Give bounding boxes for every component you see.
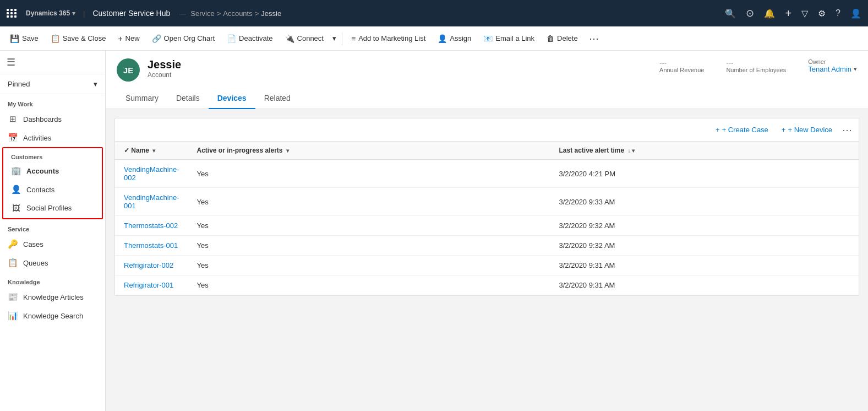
sidebar-item-contacts[interactable]: 👤 Contacts: [3, 180, 102, 199]
device-name-cell: VendingMachine-002: [115, 160, 188, 188]
owner-chevron-icon[interactable]: ▾: [854, 66, 857, 73]
org-chart-icon: 🔗: [152, 34, 161, 43]
device-name-link[interactable]: VendingMachine-001: [124, 193, 179, 210]
column-alerts[interactable]: Active or in-progress alerts ▾: [188, 142, 550, 160]
table-row: VendingMachine-001 Yes 3/2/2020 9:33 AM: [115, 188, 859, 216]
device-name-cell: Thermostats-002: [115, 216, 188, 236]
search-icon[interactable]: 🔍: [725, 8, 736, 19]
column-check[interactable]: ✓ Name ▾: [115, 142, 188, 160]
save-button[interactable]: 💾 Save: [4, 31, 44, 46]
app-name: Customer Service Hub: [92, 9, 170, 18]
device-name-link[interactable]: Refrigirator-002: [124, 261, 173, 269]
sidebar-item-knowledge-search[interactable]: 📊 Knowledge Search: [0, 306, 105, 325]
sidebar-item-cases[interactable]: 🔑 Cases: [0, 235, 105, 253]
email-link-button[interactable]: 📧 Email a Link: [478, 31, 540, 46]
help-icon[interactable]: ?: [836, 8, 840, 18]
knowledge-search-icon: 📊: [8, 311, 18, 321]
alerts-sort-icon[interactable]: ▾: [286, 148, 289, 154]
target-icon[interactable]: ⊙: [746, 7, 754, 19]
owner-label: Owner: [808, 58, 857, 65]
activities-icon: 📅: [8, 133, 18, 143]
queues-icon: 📋: [8, 258, 18, 268]
sidebar-header: ☰: [0, 51, 105, 74]
device-name-link[interactable]: Refrigirator-001: [124, 281, 173, 289]
device-name-cell: Thermostats-001: [115, 236, 188, 256]
dashboards-icon: ⊞: [8, 114, 18, 124]
sidebar-section-customers: Customers: [3, 149, 102, 161]
create-case-button[interactable]: + + Create Case: [710, 123, 774, 137]
device-last-alert-cell: 3/2/2020 9:33 AM: [550, 188, 859, 216]
device-last-alert-cell: 3/2/2020 9:32 AM: [550, 216, 859, 236]
sidebar-item-accounts[interactable]: 🏢 Accounts: [3, 161, 102, 180]
device-last-alert-cell: 3/2/2020 4:21 PM: [550, 160, 859, 188]
device-name-link[interactable]: VendingMachine-002: [124, 165, 179, 182]
annual-revenue-value: ---: [659, 58, 704, 67]
sidebar: ☰ Pinned ▾ My Work ⊞ Dashboards 📅 Activi…: [0, 51, 106, 411]
tab-related[interactable]: Related: [255, 88, 299, 109]
org-chart-button[interactable]: 🔗 Open Org Chart: [146, 31, 221, 46]
app-grid-icon[interactable]: [7, 9, 17, 18]
tab-summary[interactable]: Summary: [117, 88, 167, 109]
device-name-link[interactable]: Thermostats-002: [124, 221, 178, 230]
device-alerts-cell: Yes: [188, 256, 550, 275]
table-row: VendingMachine-002 Yes 3/2/2020 4:21 PM: [115, 160, 859, 188]
device-alerts-cell: Yes: [188, 160, 550, 188]
sidebar-item-knowledge-articles[interactable]: 📰 Knowledge Articles: [0, 288, 105, 306]
user-icon[interactable]: 👤: [850, 8, 861, 19]
annual-revenue-label: Annual Revenue: [659, 67, 704, 73]
record-header: JE Jessie Account --- Annual Revenue ---…: [106, 51, 868, 109]
sidebar-pinned[interactable]: Pinned ▾: [0, 74, 105, 94]
table-row: Refrigirator-002 Yes 3/2/2020 9:31 AM: [115, 256, 859, 275]
add-marketing-icon: ≡: [351, 34, 356, 43]
record-owner-block: Owner Tenant Admin ▾: [808, 58, 857, 73]
more-commands-button[interactable]: ⋯: [585, 30, 603, 47]
sidebar-menu-icon[interactable]: ☰: [7, 56, 15, 68]
breadcrumb-accounts[interactable]: Accounts: [223, 9, 252, 18]
add-marketing-button[interactable]: ≡ Add to Marketing List: [346, 31, 431, 46]
employees-value: ---: [726, 58, 786, 67]
sidebar-item-social-profiles[interactable]: 🖼 Social Profiles: [3, 199, 102, 217]
connect-chevron-button[interactable]: ▾: [330, 31, 339, 45]
bell-icon[interactable]: 🔔: [764, 8, 775, 19]
record-tabs: Summary Details Devices Related: [117, 88, 857, 109]
table-row: Thermostats-002 Yes 3/2/2020 9:32 AM: [115, 216, 859, 236]
cases-icon: 🔑: [8, 239, 18, 249]
record-header-top: JE Jessie Account --- Annual Revenue ---…: [117, 58, 857, 82]
breadcrumb-current: Jessie: [261, 9, 281, 18]
command-bar: 💾 Save 📋 Save & Close + New 🔗 Open Org C…: [0, 26, 868, 51]
new-button[interactable]: + New: [112, 31, 145, 46]
device-name-cell: VendingMachine-001: [115, 188, 188, 216]
last-alert-sort-icon[interactable]: ↓ ▾: [628, 148, 635, 154]
filter-icon[interactable]: ▽: [801, 8, 808, 19]
settings-icon[interactable]: ⚙: [818, 8, 826, 19]
sidebar-item-dashboards[interactable]: ⊞ Dashboards: [0, 110, 105, 128]
cmd-divider-1: [342, 32, 342, 45]
panel-more-icon[interactable]: ⋯: [842, 124, 852, 136]
name-sort-icon[interactable]: ▾: [152, 148, 155, 154]
connect-button[interactable]: 🔌 Connect: [280, 31, 329, 46]
sidebar-item-queues[interactable]: 📋 Queues: [0, 253, 105, 272]
breadcrumb-service[interactable]: Service: [190, 9, 214, 18]
device-name-link[interactable]: Thermostats-001: [124, 241, 178, 250]
contacts-icon: 👤: [11, 185, 21, 194]
deactivate-button[interactable]: 📄 Deactivate: [221, 31, 278, 46]
sidebar-item-activities[interactable]: 📅 Activities: [0, 128, 105, 147]
customers-section: Customers 🏢 Accounts 👤 Contacts 🖼 Social…: [2, 147, 103, 219]
delete-button[interactable]: 🗑 Delete: [541, 31, 583, 46]
new-device-button[interactable]: + + New Device: [776, 123, 838, 137]
assign-button[interactable]: 👤 Assign: [432, 31, 477, 46]
plus-icon[interactable]: +: [785, 7, 791, 20]
tab-details[interactable]: Details: [167, 88, 209, 109]
new-icon: +: [118, 34, 122, 43]
device-last-alert-cell: 3/2/2020 9:31 AM: [550, 275, 859, 295]
tab-devices[interactable]: Devices: [209, 88, 255, 109]
brand-title[interactable]: Dynamics 365 ▾: [26, 9, 75, 17]
record-avatar: JE: [117, 58, 140, 82]
brand-chevron[interactable]: ▾: [72, 10, 75, 17]
accounts-icon: 🏢: [11, 166, 21, 176]
employees-label: Number of Employees: [726, 67, 786, 73]
breadcrumb: — Service > Accounts > Jessie: [177, 9, 281, 18]
save-close-button[interactable]: 📋 Save & Close: [45, 31, 112, 46]
owner-value[interactable]: Tenant Admin: [808, 65, 851, 73]
column-last-alert[interactable]: Last active alert time ↓ ▾: [550, 142, 859, 160]
